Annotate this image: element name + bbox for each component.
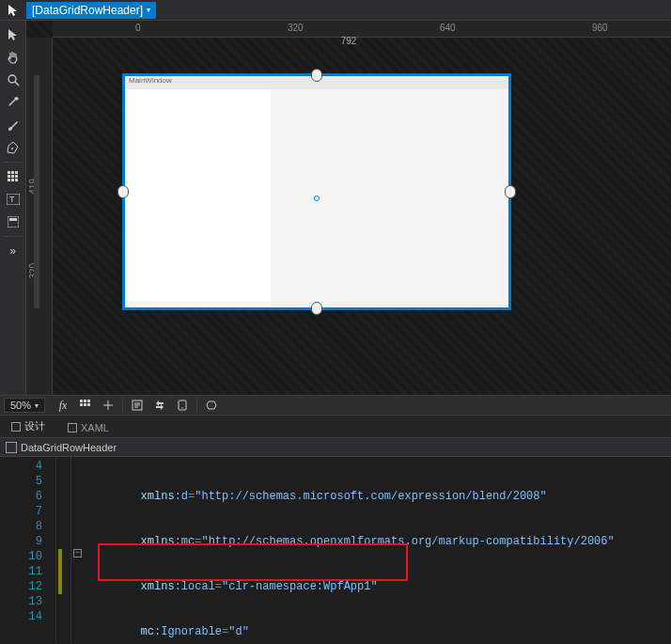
ruler-tick: 320	[288, 23, 304, 33]
selection-breadcrumb-bar: [DataGridRowHeader] ▾	[0, 0, 671, 21]
brush-tool[interactable]	[2, 115, 24, 135]
toolbox-separator	[4, 162, 23, 163]
grid-tool[interactable]	[2, 166, 24, 187]
resize-handle-top[interactable]	[311, 69, 322, 82]
resize-handle-bottom[interactable]	[311, 302, 322, 315]
svg-rect-18	[87, 400, 90, 402]
line-number: 9	[0, 534, 42, 549]
svg-rect-17	[84, 400, 86, 402]
resize-handle-left[interactable]	[117, 185, 129, 198]
svg-rect-7	[11, 175, 14, 178]
line-number: 8	[0, 519, 42, 534]
pan-tool[interactable]	[2, 47, 24, 68]
toolbox-separator-2	[4, 236, 23, 237]
vertical-ruler: 419 320	[26, 38, 53, 395]
line-number-gutter: 4 5 6 7 8 9 10 11 12 13 14	[0, 457, 56, 643]
snap-lines-button[interactable]	[98, 396, 118, 415]
svg-rect-4	[11, 171, 14, 174]
toggle-annotations-button[interactable]	[127, 396, 148, 415]
expand-toolbox-button[interactable]: »	[2, 241, 24, 261]
svg-rect-6	[8, 175, 10, 178]
change-margin	[56, 457, 71, 643]
zoom-tool[interactable]	[2, 70, 24, 90]
line-number: 5	[0, 474, 42, 489]
resize-handle-right[interactable]	[505, 185, 516, 198]
line-number: 11	[0, 564, 42, 579]
svg-rect-3	[8, 171, 10, 174]
effects-button[interactable]: fx	[53, 396, 73, 415]
line-number: 12	[0, 579, 42, 594]
text-tool[interactable]: T	[2, 189, 24, 210]
arrow-cursor-icon[interactable]	[6, 3, 21, 18]
svg-rect-20	[84, 403, 86, 406]
toolbar-separator-2	[196, 398, 197, 413]
view-tabs: 设计 XAML	[0, 416, 671, 438]
designer-toolbar: 50% ▾ fx	[0, 395, 671, 416]
svg-rect-5	[15, 171, 18, 174]
code-content[interactable]: xmlns:d="http://schemas.microsoft.com/ex…	[86, 457, 671, 643]
pen-tool[interactable]	[2, 137, 24, 158]
svg-rect-21	[87, 403, 90, 406]
svg-rect-10	[11, 179, 14, 181]
pointer-tool[interactable]	[2, 24, 24, 45]
line-number: 7	[0, 504, 42, 519]
design-view-icon	[11, 422, 21, 432]
eyedropper-tool[interactable]	[2, 92, 24, 113]
line-number: 14	[0, 609, 42, 624]
swap-panes-button[interactable]	[149, 396, 170, 415]
code-breadcrumb-label[interactable]: DataGridRowHeader	[21, 442, 117, 453]
svg-point-2	[11, 148, 13, 149]
zoom-dropdown[interactable]: 50% ▾	[4, 398, 45, 413]
element-icon	[6, 442, 17, 453]
window-body[interactable]	[125, 89, 508, 307]
settings-button[interactable]	[201, 396, 222, 415]
horizontal-ruler: 0 320 640 960	[53, 21, 671, 38]
toolbox: T »	[0, 21, 26, 395]
chevron-down-icon: ▾	[147, 6, 150, 14]
highlight-annotation	[98, 543, 408, 581]
line-number: 13	[0, 594, 42, 609]
svg-rect-9	[8, 179, 10, 181]
snap-grid-button[interactable]	[75, 396, 96, 415]
toolbar-separator	[122, 398, 123, 413]
tab-design[interactable]: 设计	[0, 416, 56, 437]
change-indicator	[58, 549, 62, 594]
svg-rect-19	[80, 403, 83, 406]
design-surface[interactable]: 0 320 640 960 792 419 320 MainWindow	[26, 21, 671, 395]
designer-row: T » 0 320 640 960 792 419 320 MainWindow	[0, 21, 671, 395]
tab-xaml[interactable]: XAML	[56, 418, 120, 437]
fold-toggle[interactable]: −	[73, 549, 82, 558]
svg-point-0	[8, 75, 16, 83]
selection-center-icon	[314, 196, 320, 201]
device-preview-button[interactable]	[172, 396, 193, 415]
line-number: 10	[0, 549, 42, 564]
ruler-tick: 640	[440, 23, 456, 33]
ruler-range-indicator	[34, 75, 39, 308]
xaml-view-icon	[68, 423, 77, 432]
ruler-tick: 960	[592, 23, 608, 33]
code-breadcrumb-bar: DataGridRowHeader	[0, 438, 671, 457]
tab-label: XAML	[81, 422, 109, 433]
zoom-value: 50%	[10, 400, 31, 411]
svg-rect-16	[80, 400, 83, 402]
svg-rect-11	[15, 179, 18, 181]
svg-point-24	[181, 407, 182, 408]
tab-label: 设计	[24, 419, 45, 433]
line-number: 4	[0, 459, 42, 474]
designer-window[interactable]: MainWindow	[124, 75, 509, 308]
fold-column: −	[71, 457, 86, 643]
svg-line-1	[15, 82, 19, 86]
svg-rect-15	[9, 218, 17, 221]
code-editor[interactable]: 4 5 6 7 8 9 10 11 12 13 14 − xmlns:d="ht…	[0, 457, 671, 643]
svg-text:T: T	[9, 195, 15, 204]
selection-breadcrumb[interactable]: [DataGridRowHeader] ▾	[26, 2, 156, 19]
line-number: 6	[0, 489, 42, 504]
chevron-down-icon: ▾	[35, 401, 39, 410]
breadcrumb-label: [DataGridRowHeader]	[32, 4, 143, 17]
svg-rect-8	[15, 175, 18, 178]
container-tool[interactable]	[2, 212, 24, 232]
canvas-width-label: 792	[341, 36, 357, 46]
svg-rect-14	[8, 216, 19, 228]
ruler-tick: 0	[135, 23, 141, 33]
